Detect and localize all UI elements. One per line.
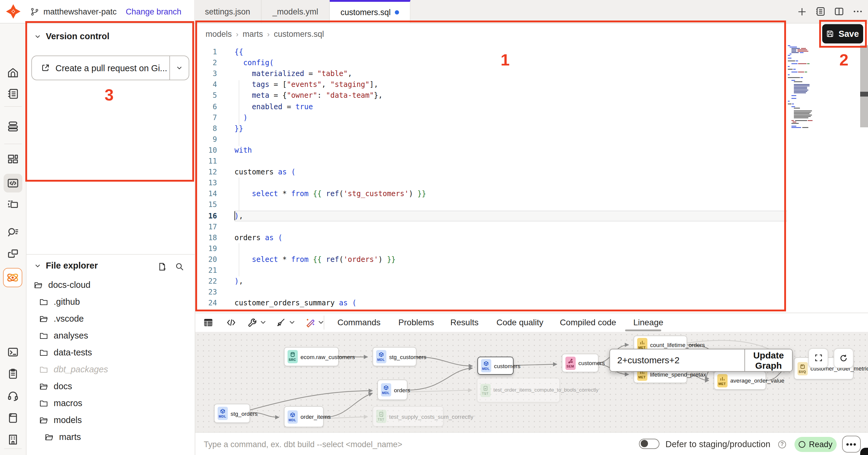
code-line-22[interactable]: 22), — [195, 276, 786, 287]
lineage-node-stg_customers[interactable]: MDLstg_customers — [372, 347, 416, 366]
code-line-7[interactable]: 7 ) — [195, 112, 786, 123]
jobs-stack-icon[interactable] — [7, 119, 19, 132]
lineage-node-average_order_value[interactable]: METaverage_order_value — [713, 371, 766, 390]
code-line-8[interactable]: 8}} — [195, 123, 786, 134]
query-explorer-icon[interactable] — [7, 225, 19, 238]
bottom-tab-problems[interactable]: Problems — [398, 313, 434, 332]
code-line-6[interactable]: 6 enabled = true — [195, 101, 786, 112]
breadcrumb-item[interactable]: models — [206, 30, 232, 39]
code-line-24[interactable]: 24customer_orders_summary as ( — [195, 298, 786, 309]
change-branch-link[interactable]: Change branch — [126, 7, 181, 16]
bottom-tab-code-quality[interactable]: Code quality — [496, 313, 544, 332]
code-editor[interactable]: models›marts›customers.sql 1{{2 config(3… — [195, 23, 868, 313]
code-line-3[interactable]: 3 materialized = "table", — [195, 68, 786, 79]
refresh-icon[interactable] — [834, 348, 854, 368]
bottom-tab-results[interactable]: Results — [450, 313, 478, 332]
new-tab-plus-icon[interactable] — [797, 6, 807, 17]
bottom-tab-compiled-code[interactable]: Compiled code — [560, 313, 616, 332]
lineage-node-stg_orders[interactable]: MDLstg_orders — [214, 404, 250, 423]
code-line-17[interactable]: 17 — [195, 221, 786, 232]
code-line-15[interactable]: 15 — [195, 199, 786, 210]
minimap[interactable] — [786, 45, 837, 129]
lineage-node-orders[interactable]: MDLorders — [377, 379, 407, 400]
code-line-18[interactable]: 18orders as ( — [195, 232, 786, 243]
code-line-14[interactable]: 14 select * from {{ ref('stg_customers')… — [195, 189, 786, 199]
chevron-down-icon[interactable] — [289, 320, 295, 324]
update-graph-button[interactable]: Update Graph — [744, 349, 792, 371]
editor-scrollbar-thumb[interactable] — [860, 92, 868, 96]
code-editor-icon[interactable] — [7, 177, 19, 190]
dbt-fusion-atom-icon[interactable] — [3, 268, 22, 287]
build-wrench-icon[interactable] — [247, 317, 257, 328]
code-line-9[interactable]: 9 — [195, 134, 786, 145]
defer-toggle[interactable] — [639, 439, 659, 449]
tree-item-marts[interactable]: marts — [26, 428, 195, 445]
new-file-icon[interactable] — [157, 262, 167, 272]
code-line-20[interactable]: 20 select * from {{ ref('orders') }} — [195, 254, 786, 265]
code-line-5[interactable]: 5 meta = {"owner": "data-team"}, — [195, 90, 786, 101]
code-line-16[interactable]: 16), — [195, 210, 786, 221]
code-line-1[interactable]: 1{{ — [195, 47, 786, 57]
code-line-23[interactable]: 23 — [195, 287, 786, 297]
tree-item-dbt_packages[interactable]: dbt_packages — [26, 361, 195, 378]
command-input[interactable] — [203, 436, 567, 453]
code-line-12[interactable]: 12customers as ( — [195, 167, 786, 177]
code-line-13[interactable]: 13 — [195, 177, 786, 188]
file-explorer-header[interactable]: File explorer — [34, 261, 98, 271]
docs-panel-icon[interactable] — [815, 6, 826, 17]
notebook-icon[interactable] — [7, 87, 19, 100]
ai-fix-wand-icon[interactable] — [305, 317, 315, 328]
tree-item-.vscode[interactable]: .vscode — [26, 310, 195, 327]
tree-item-analyses[interactable]: analyses — [26, 327, 195, 344]
tree-item-.github[interactable]: .github — [26, 293, 195, 310]
lineage-node-order_items[interactable]: MDLorder_items — [284, 406, 323, 427]
editor-tab-customers.sql[interactable]: customers.sql — [330, 0, 411, 23]
breadcrumb-item[interactable]: marts — [243, 30, 263, 39]
overflow-menu-icon[interactable] — [852, 6, 863, 17]
bottom-tab-commands[interactable]: Commands — [337, 313, 380, 332]
home-icon[interactable] — [7, 66, 19, 79]
editor-scrollbar-track[interactable] — [860, 45, 868, 127]
fullscreen-icon[interactable] — [808, 348, 828, 368]
chevron-down-icon[interactable] — [260, 320, 266, 324]
lineage-selector-input[interactable] — [610, 349, 744, 371]
lineage-node-customers[interactable]: MDLcustomers — [477, 357, 513, 375]
save-button[interactable]: Save — [822, 24, 863, 43]
code-line-10[interactable]: 10with — [195, 145, 786, 156]
code-line-2[interactable]: 2 config( — [195, 57, 786, 68]
lineage-node-test_order_items_compute_to_bools_correctly[interactable]: TSTtest_order_items_compute_to_bools_cor… — [476, 378, 560, 402]
organization-building-icon[interactable] — [7, 433, 19, 446]
breadcrumb-item[interactable]: customers.sql — [274, 30, 324, 39]
terminal-icon[interactable] — [7, 346, 19, 359]
code-line-19[interactable]: 19 — [195, 243, 786, 254]
lineage-node-customers[interactable]: SEMcustomers — [561, 353, 598, 372]
code-line-4[interactable]: 4 tags = ["events", "staging"], — [195, 79, 786, 90]
archive-drawer-icon[interactable] — [7, 411, 19, 424]
bottom-tab-lineage[interactable]: Lineage — [633, 313, 663, 332]
create-pr-dropdown[interactable] — [169, 56, 189, 80]
dbt-logo-icon[interactable] — [6, 4, 21, 19]
code-view-icon[interactable] — [226, 317, 236, 328]
command-more-button[interactable]: ••• — [842, 436, 861, 453]
lineage-canvas[interactable]: SRCecom.raw_customersMDLstg_customersMDL… — [195, 332, 868, 432]
tree-item-docs[interactable]: docs — [26, 378, 195, 395]
canvas-frame-icon[interactable] — [7, 198, 19, 210]
lineage-node-test_supply_costs_sum_correctly[interactable]: TSTtest_supply_costs_sum_correctly — [372, 406, 443, 427]
editor-tab-_models.yml[interactable]: _models.yml — [261, 0, 330, 23]
clipboard-icon[interactable] — [7, 368, 19, 380]
compare-windows-icon[interactable] — [7, 248, 19, 260]
search-icon[interactable] — [175, 262, 184, 272]
version-control-header[interactable]: Version control — [34, 31, 110, 41]
format-broom-icon[interactable] — [276, 317, 286, 328]
catalog-grid-icon[interactable] — [7, 153, 19, 165]
results-table-icon[interactable] — [203, 317, 213, 328]
chevron-down-icon[interactable] — [318, 320, 324, 324]
code-line-21[interactable]: 21 — [195, 265, 786, 276]
split-view-icon[interactable] — [834, 6, 844, 17]
lineage-node-ecom.raw_customers[interactable]: SRCecom.raw_customers — [284, 347, 338, 366]
help-icon[interactable]: ? — [778, 440, 786, 448]
tree-item-docs-cloud[interactable]: docs-cloud — [26, 276, 195, 293]
tree-item-macros[interactable]: macros — [26, 395, 195, 411]
tree-item-data-tests[interactable]: data-tests — [26, 344, 195, 361]
tree-item-models[interactable]: models — [26, 411, 195, 428]
